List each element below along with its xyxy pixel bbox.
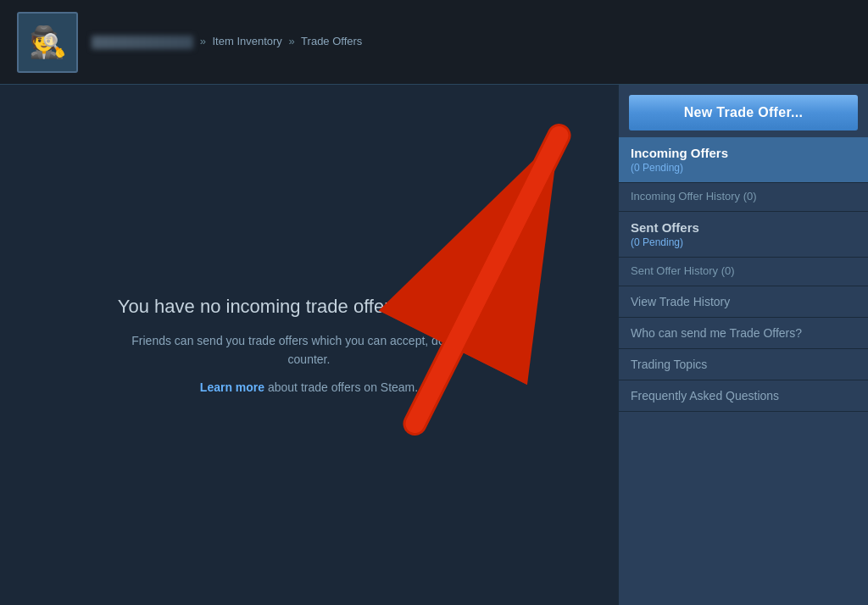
new-trade-offer-button[interactable]: New Trade Offer... (629, 95, 858, 130)
breadcrumb: » Item Inventory » Trade Offers (92, 35, 362, 49)
header: 🕵️ » Item Inventory » Trade Offers (0, 0, 868, 85)
no-offers-desc: Friends can send you trade offers which … (131, 331, 487, 369)
sidebar-who-can-send[interactable]: Who can send me Trade Offers? (619, 318, 868, 349)
left-panel: You have no incoming trade offers at thi… (0, 85, 618, 605)
sidebar-view-trade-history[interactable]: View Trade History (619, 286, 868, 318)
breadcrumb-trade-offers: Trade Offers (301, 35, 362, 47)
incoming-offers-title: Incoming Offers (631, 146, 856, 160)
breadcrumb-sep-1: » (200, 35, 206, 47)
main-content: You have no incoming trade offers at thi… (0, 85, 868, 605)
breadcrumb-sep-2: » (288, 35, 294, 47)
username-blurred (92, 36, 193, 49)
sidebar-sent-offer-history[interactable]: Sent Offer History (0) (619, 258, 868, 286)
sent-offers-pending: (0 Pending) (631, 236, 856, 248)
sent-offers-title: Sent Offers (631, 220, 856, 235)
svg-line-2 (415, 136, 559, 424)
incoming-offers-pending: (0 Pending) (631, 162, 856, 174)
svg-line-1 (415, 136, 559, 424)
learn-more-line: Learn more about trade offers on Steam. (200, 380, 418, 394)
sidebar-trading-topics[interactable]: Trading Topics (619, 349, 868, 380)
learn-more-suffix: about trade offers on Steam. (264, 380, 418, 394)
right-sidebar: New Trade Offer... Incoming Offers (0 Pe… (618, 85, 868, 605)
sidebar-incoming-offer-history[interactable]: Incoming Offer History (0) (619, 183, 868, 212)
avatar[interactable]: 🕵️ (17, 12, 78, 73)
sidebar-faq[interactable]: Frequently Asked Questions (619, 380, 868, 412)
sidebar-incoming-offers[interactable]: Incoming Offers (0 Pending) (619, 137, 868, 183)
no-offers-title: You have no incoming trade offers at thi… (118, 296, 500, 318)
sidebar-sent-offers[interactable]: Sent Offers (0 Pending) (619, 212, 868, 258)
breadcrumb-item-inventory[interactable]: Item Inventory (212, 35, 281, 47)
learn-more-link[interactable]: Learn more (200, 380, 264, 394)
